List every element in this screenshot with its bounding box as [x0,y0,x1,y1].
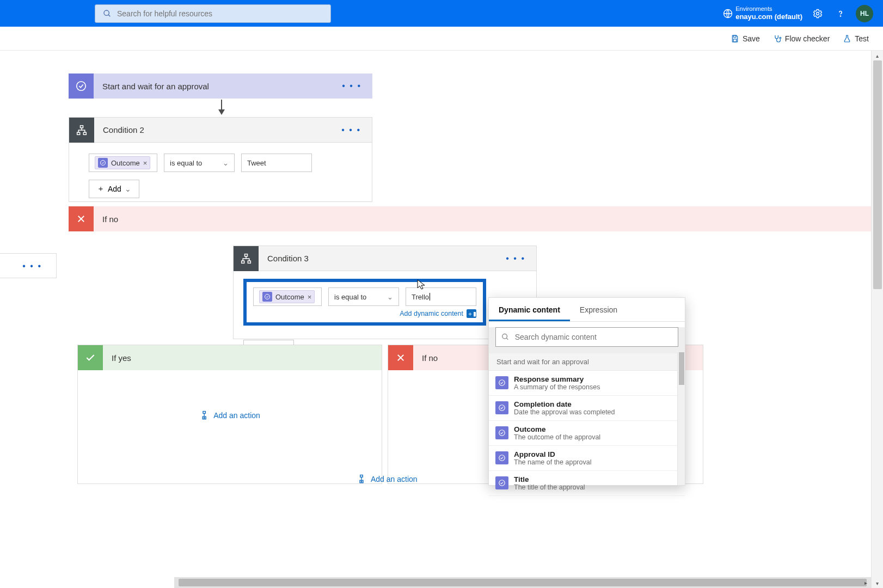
step-more-icon[interactable]: • • • [501,254,530,264]
svg-point-8 [77,82,86,91]
svg-point-21 [502,334,507,339]
dynamic-content-item[interactable]: Approval IDThe name of the approval [489,446,685,471]
approval-icon [98,158,108,168]
svg-rect-14 [242,261,244,263]
dynamic-content-icon: ＋▮ [467,309,476,318]
value-text: Tweet [247,159,266,167]
condition-operator-dropdown[interactable]: is equal to ⌄ [164,154,235,172]
dynamic-content-search-input[interactable] [515,333,672,341]
tab-expression[interactable]: Expression [570,298,627,321]
condition-operator-dropdown[interactable]: is equal to ⌄ [328,287,399,306]
svg-rect-6 [733,39,736,41]
tab-dynamic-content[interactable]: Dynamic content [489,298,570,321]
add-dynamic-content-link[interactable]: Add dynamic content ＋▮ [400,309,476,318]
add-condition-button[interactable]: ＋ Add ⌄ [89,180,139,198]
remove-token-icon[interactable]: × [143,159,148,167]
avatar[interactable]: HL [856,5,873,22]
close-icon [69,206,94,231]
svg-rect-13 [245,254,248,256]
svg-rect-17 [203,412,206,414]
check-icon [78,345,103,370]
add-action-icon [357,474,366,484]
approval-icon [495,451,508,464]
scroll-down-icon[interactable]: ▾ [872,578,883,588]
highlighted-condition-row: Outcome × is equal to ⌄ Trello Add dynam… [243,279,486,326]
scroll-up-icon[interactable]: ▴ [872,51,883,60]
dynamic-content-search[interactable] [495,327,678,347]
scrollbar-thumb[interactable] [873,60,882,289]
flow-arrow-icon [218,100,225,116]
global-search[interactable] [95,4,331,23]
item-description: The outcome of the approval [514,433,600,441]
save-button[interactable]: Save [731,34,760,43]
dynamic-content-item[interactable]: Response summaryA summary of the respons… [489,371,685,396]
horizontal-scrollbar[interactable]: ▸ [174,577,871,588]
vertical-scrollbar[interactable]: ▴ ▾ [871,51,883,588]
test-button[interactable]: Test [843,34,869,43]
approval-icon [495,401,508,414]
svg-line-1 [108,15,110,16]
svg-rect-9 [81,125,83,127]
approval-icon [69,74,94,99]
mouse-cursor-icon [417,279,426,290]
chevron-down-icon: ⌄ [125,185,131,193]
dynamic-content-label: Add dynamic content [400,310,463,317]
chevron-down-icon: ⌄ [223,159,229,167]
branch-if-yes-inner: If yes Add an action [77,345,382,484]
condition-left-value[interactable]: Outcome × [89,154,157,172]
environment-picker[interactable]: Environments enayu.com (default) [735,5,802,22]
close-icon [388,345,413,370]
svg-point-3 [817,12,819,15]
token-outcome[interactable]: Outcome × [259,290,315,303]
step-condition-2[interactable]: Condition 2 • • • Outcome × is equal to … [69,117,372,202]
test-label: Test [855,34,869,43]
save-label: Save [743,34,760,43]
flask-icon [843,34,851,43]
dynamic-content-item[interactable]: Completion dateDate the approval was com… [489,396,685,421]
svg-rect-15 [248,261,250,263]
add-action-icon [199,411,209,420]
svg-point-23 [499,380,505,386]
step-more-icon[interactable]: • • • [338,81,366,91]
approval-icon [495,476,508,489]
dynamic-content-item[interactable]: TitleThe title of the approval [489,471,685,496]
flow-checker-button[interactable]: Flow checker [773,34,830,43]
svg-rect-11 [83,132,86,134]
svg-point-0 [104,10,109,15]
environment-icon[interactable] [720,6,735,21]
save-icon [731,34,739,43]
flow-canvas[interactable]: Start and wait for an approval • • • Con… [0,51,883,588]
global-search-input[interactable] [117,9,323,18]
help-icon[interactable] [833,6,848,21]
svg-point-16 [265,295,270,299]
scrollbar-thumb[interactable] [179,579,867,586]
token-outcome[interactable]: Outcome × [95,156,150,169]
offscreen-card[interactable]: • • • [0,253,57,278]
condition-title: Condition 2 [94,125,337,134]
condition-left-value[interactable]: Outcome × [253,287,322,306]
condition-right-value[interactable]: Tweet [241,154,312,172]
step-more-icon[interactable]: • • • [15,261,50,271]
approval-icon [262,292,272,302]
add-action-button[interactable]: Add an action [199,411,260,420]
add-label: Add [108,185,121,193]
remove-token-icon[interactable]: × [308,293,312,301]
step-start-wait-approval[interactable]: Start and wait for an approval • • • [69,74,372,99]
popup-scrollbar[interactable] [677,352,685,485]
dynamic-content-group: Start and wait for an approval [489,353,685,371]
svg-rect-19 [360,475,363,477]
operator-label: is equal to [334,293,366,301]
dynamic-content-item[interactable]: OutcomeThe outcome of the approval [489,421,685,446]
condition-right-value[interactable]: Trello [406,287,476,306]
top-bar: Environments enayu.com (default) HL [0,0,883,27]
settings-icon[interactable] [810,6,825,21]
scroll-right-icon[interactable]: ▸ [860,577,871,588]
svg-point-4 [840,15,841,16]
add-action-button[interactable]: Add an action [357,474,418,484]
flow-checker-label: Flow checker [785,34,830,43]
scrollbar-thumb[interactable] [679,352,684,385]
add-action-label: Add an action [213,411,260,420]
search-icon [103,9,112,18]
step-more-icon[interactable]: • • • [337,125,365,135]
dynamic-content-popup: Dynamic content Expression Start and wai… [488,297,685,486]
